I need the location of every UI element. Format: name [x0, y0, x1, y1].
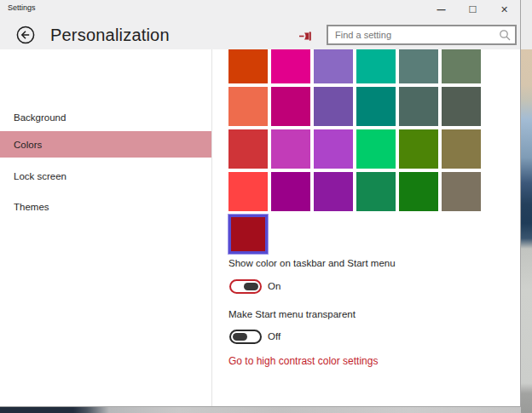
toggle1-state: On	[268, 281, 280, 291]
toggle2-state: Off	[268, 331, 280, 341]
color-swatch[interactable]	[271, 44, 310, 83]
pin-icon[interactable]	[299, 30, 313, 41]
color-swatch[interactable]	[228, 44, 268, 83]
color-swatch[interactable]	[356, 129, 396, 169]
color-swatch[interactable]	[314, 44, 353, 83]
sidebar-item-themes[interactable]: Themes	[0, 193, 211, 220]
search-input[interactable]	[328, 30, 499, 40]
color-swatch[interactable]	[399, 87, 438, 126]
swatch-row	[228, 87, 481, 126]
back-arrow-icon	[16, 26, 35, 44]
minimize-button[interactable]: —	[425, 0, 457, 19]
color-swatch[interactable]	[228, 87, 268, 126]
color-swatch[interactable]	[442, 44, 481, 83]
sidebar-item-colors[interactable]: Colors	[0, 131, 211, 158]
color-swatch[interactable]	[399, 172, 438, 211]
maximize-button[interactable]: ☐	[457, 0, 489, 19]
color-swatch[interactable]	[271, 87, 310, 126]
color-swatch[interactable]	[442, 129, 481, 169]
swatch-row	[228, 172, 481, 211]
high-contrast-link[interactable]: Go to high contrast color settings	[228, 355, 378, 367]
color-swatch[interactable]	[442, 172, 481, 211]
color-swatch[interactable]	[399, 44, 438, 83]
color-swatch[interactable]	[356, 172, 396, 211]
sidebar-divider	[211, 49, 212, 406]
search-box[interactable]	[327, 25, 517, 45]
color-swatch[interactable]	[271, 129, 310, 169]
color-swatch[interactable]	[271, 172, 310, 211]
window-title: Settings	[8, 3, 36, 12]
transparent-start-toggle[interactable]	[229, 330, 262, 344]
toggle2-label: Make Start menu transparent	[228, 309, 356, 319]
color-swatch[interactable]	[399, 129, 438, 169]
sidebar-item-lock-screen[interactable]: Lock screen	[0, 163, 211, 189]
show-color-toggle[interactable]	[229, 279, 262, 294]
swatch-row	[228, 215, 268, 254]
window-controls: — ☐ ✕	[425, 0, 520, 19]
color-swatch[interactable]	[356, 87, 396, 126]
search-icon[interactable]	[499, 29, 511, 41]
swatch-row	[228, 129, 481, 169]
color-swatch[interactable]	[228, 215, 268, 254]
color-swatch[interactable]	[314, 129, 353, 169]
toggle-knob	[244, 283, 258, 290]
page-title: Personalization	[50, 26, 170, 45]
color-swatch[interactable]	[228, 172, 268, 211]
sidebar: BackgroundColorsLock screenThemes	[0, 49, 211, 406]
back-button[interactable]	[16, 26, 35, 44]
settings-window: Settings — ☐ ✕ Personalization	[0, 0, 521, 407]
toggle1-label: Show color on taskbar and Start menu	[228, 258, 396, 268]
color-swatch[interactable]	[314, 172, 353, 211]
desktop-wallpaper-strip	[521, 0, 532, 413]
sidebar-item-background[interactable]: Background	[0, 104, 211, 130]
color-swatch[interactable]	[442, 87, 481, 126]
swatch-row	[228, 44, 481, 83]
close-button[interactable]: ✕	[489, 0, 520, 19]
title-and-header-band: Settings — ☐ ✕ Personalization	[0, 0, 520, 49]
color-swatch[interactable]	[314, 87, 353, 126]
color-swatch[interactable]	[356, 44, 396, 83]
color-swatch[interactable]	[228, 129, 268, 169]
toggle-knob	[233, 333, 247, 341]
desktop-bottom-strip	[0, 407, 521, 413]
